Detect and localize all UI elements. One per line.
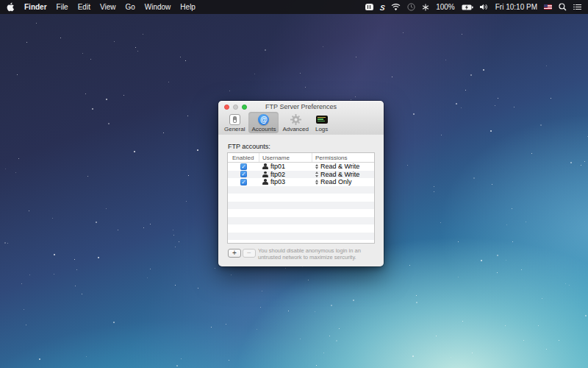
empty-row bbox=[228, 202, 374, 210]
window-title: FTP Server Preferences bbox=[218, 103, 384, 110]
fan-icon[interactable] bbox=[422, 2, 429, 13]
permissions-value: Read & Write bbox=[320, 171, 359, 178]
tab-general-label: General bbox=[224, 126, 245, 132]
battery-percent[interactable]: 100% bbox=[436, 3, 455, 11]
empty-row bbox=[228, 217, 374, 225]
apple-menu[interactable] bbox=[7, 2, 15, 13]
empty-row bbox=[228, 194, 374, 202]
volume-icon[interactable] bbox=[480, 2, 489, 13]
window-titlebar: FTP Server Preferences General @ Account… bbox=[218, 101, 384, 135]
table-row-ftp02[interactable]: ftp02 Read & Write bbox=[228, 171, 374, 179]
menu-help[interactable]: Help bbox=[180, 3, 196, 11]
empty-row bbox=[228, 186, 374, 194]
empty-row bbox=[228, 209, 374, 217]
enabled-checkbox[interactable] bbox=[240, 163, 247, 170]
tab-logs[interactable]: Logs bbox=[312, 112, 331, 133]
tab-accounts[interactable]: @ Accounts bbox=[248, 112, 279, 133]
menu-window[interactable]: Window bbox=[145, 3, 171, 11]
enabled-checkbox[interactable] bbox=[240, 171, 247, 177]
user-icon bbox=[262, 171, 268, 177]
tab-accounts-label: Accounts bbox=[251, 126, 276, 132]
permissions-value: Read Only bbox=[320, 178, 352, 185]
menu-bar-status: S bbox=[365, 2, 581, 13]
clock-icon[interactable] bbox=[407, 2, 415, 13]
tab-logs-label: Logs bbox=[315, 126, 328, 132]
permissions-popup[interactable]: Read Only bbox=[312, 178, 374, 186]
s-bolt-icon[interactable]: S bbox=[379, 2, 386, 13]
menu-edit[interactable]: Edit bbox=[78, 3, 90, 11]
switch-icon bbox=[229, 113, 240, 125]
tab-advanced-label: Advanced bbox=[282, 126, 309, 132]
user-icon bbox=[262, 179, 268, 185]
table-rows: ftp01 Read & Write ftp02 bbox=[228, 163, 374, 244]
enabled-checkbox[interactable] bbox=[240, 179, 247, 185]
username-value: ftp03 bbox=[270, 178, 285, 185]
apple-logo-icon bbox=[7, 2, 15, 12]
column-permissions: Permissions bbox=[312, 153, 374, 162]
menu-file[interactable]: File bbox=[57, 3, 68, 11]
accounts-pane: FTP accounts: Enabled Username Permissio… bbox=[218, 135, 384, 266]
log-terminal-icon bbox=[316, 113, 328, 125]
menu-finder[interactable]: Finder bbox=[24, 3, 47, 11]
battery-icon[interactable] bbox=[462, 2, 473, 13]
spotlight-search-icon[interactable] bbox=[559, 2, 567, 13]
empty-row bbox=[228, 233, 374, 241]
empty-row bbox=[228, 224, 374, 233]
remove-account-button[interactable]: − bbox=[243, 249, 256, 258]
gear-icon bbox=[290, 113, 301, 125]
add-remove-controls: + − bbox=[228, 249, 256, 258]
menu-bar: Finder File Edit View Go Window Help S bbox=[0, 0, 588, 14]
menu-view[interactable]: View bbox=[100, 3, 116, 11]
security-note: You should disable anonymous login in an… bbox=[258, 247, 384, 261]
user-icon bbox=[262, 163, 268, 169]
column-username: Username bbox=[259, 153, 312, 162]
column-enabled: Enabled bbox=[228, 153, 259, 162]
add-account-button[interactable]: + bbox=[228, 249, 241, 258]
menu-bar-left: Finder File Edit View Go Window Help bbox=[7, 2, 196, 13]
toolbar-tabs: General @ Accounts bbox=[221, 112, 331, 133]
at-icon: @ bbox=[258, 113, 269, 125]
permissions-popup[interactable]: Read & Write bbox=[312, 171, 374, 179]
permissions-popup[interactable]: Read & Write bbox=[312, 163, 374, 171]
accounts-table: Enabled Username Permissions ftp01 Read … bbox=[227, 152, 375, 244]
tab-advanced[interactable]: Advanced bbox=[279, 112, 312, 133]
desktop-wallpaper: Finder File Edit View Go Window Help S bbox=[0, 0, 588, 368]
username-value: ftp02 bbox=[270, 171, 285, 178]
empty-row bbox=[228, 240, 374, 244]
barrel-icon[interactable] bbox=[365, 2, 373, 13]
username-value: ftp01 bbox=[270, 163, 285, 170]
tab-general[interactable]: General bbox=[221, 112, 248, 133]
input-language-flag-icon[interactable] bbox=[544, 2, 552, 13]
updown-arrows-icon bbox=[315, 171, 319, 177]
updown-arrows-icon bbox=[315, 164, 319, 170]
updown-arrows-icon bbox=[315, 180, 319, 185]
ftp-preferences-window: FTP Server Preferences General @ Account… bbox=[218, 101, 384, 266]
permissions-value: Read & Write bbox=[320, 163, 359, 170]
menu-go[interactable]: Go bbox=[125, 3, 135, 11]
wifi-icon[interactable] bbox=[391, 2, 401, 13]
table-header: Enabled Username Permissions bbox=[228, 153, 374, 163]
table-row-ftp01[interactable]: ftp01 Read & Write bbox=[228, 163, 374, 171]
table-row-ftp03[interactable]: ftp03 Read Only bbox=[228, 178, 374, 186]
ftp-accounts-label: FTP accounts: bbox=[228, 143, 270, 150]
menu-clock[interactable]: Fri 10:10 PM bbox=[495, 3, 537, 11]
notification-center-icon[interactable] bbox=[573, 2, 581, 13]
